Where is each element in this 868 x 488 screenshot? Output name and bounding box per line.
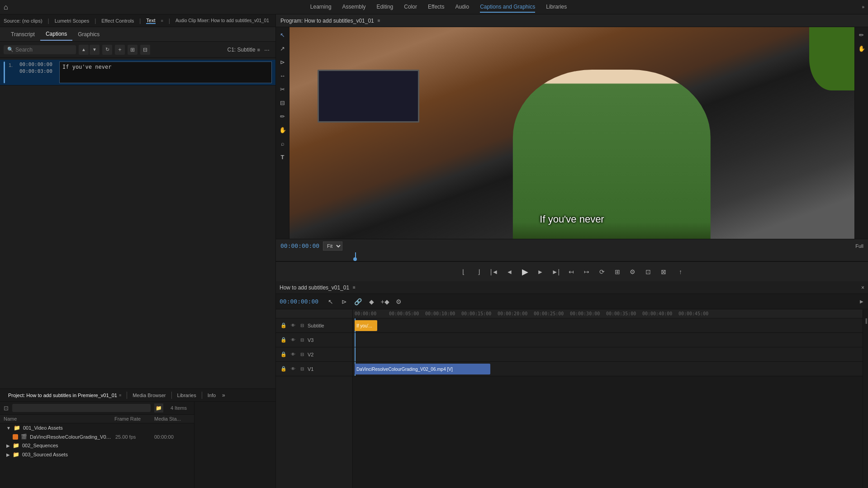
search-prev-button[interactable]: ▲	[79, 45, 89, 55]
folder-002-sequences[interactable]: ▶ 📁 002_Sequences	[0, 441, 194, 450]
track-sync-v2[interactable]: ⊟	[299, 351, 306, 358]
project-tab-libraries[interactable]: Libraries	[173, 391, 201, 400]
project-tabs-expand-icon[interactable]: »	[220, 390, 227, 400]
video-subtitle-overlay: If you've never	[540, 213, 604, 225]
fit-select[interactable]: Fit	[323, 242, 342, 251]
tl-btn-linked[interactable]: 🔗	[352, 296, 364, 308]
transport-multi[interactable]: ⊠	[657, 265, 670, 278]
expand-workspaces-icon[interactable]: »	[862, 5, 864, 9]
tool-track-select[interactable]: ↗	[277, 43, 289, 54]
timeline-right-panel-toggle[interactable]: ▶	[859, 299, 864, 304]
project-tab-info[interactable]: Info	[203, 391, 220, 400]
tool-slip[interactable]: ⊟	[277, 97, 289, 109]
track-vis-v1[interactable]: 👁	[289, 365, 297, 373]
tool-razor[interactable]: ✂	[277, 83, 289, 95]
transport-goto-in[interactable]: ↤	[565, 265, 578, 278]
track-lock-v3[interactable]: 🔒	[280, 336, 288, 344]
tl-btn-marker[interactable]: ◆	[365, 296, 377, 308]
source-tab-divider-1: |	[48, 18, 49, 24]
nav-audio[interactable]: Audio	[455, 2, 469, 13]
transport-export[interactable]: ↑	[674, 265, 687, 278]
transport-step-back[interactable]: |◄	[488, 265, 501, 278]
nav-learning[interactable]: Learning	[310, 2, 332, 13]
track-lock-subtitle[interactable]: 🔒	[280, 322, 288, 330]
transport-play-stop[interactable]: ▶	[519, 265, 531, 278]
project-tab-project[interactable]: Project: How to add subtitles in Premier…	[4, 391, 126, 400]
transport-step-forward[interactable]: ►|	[550, 265, 562, 278]
transport-camera[interactable]: ⊡	[642, 265, 655, 278]
transport-mark-in[interactable]: ⌊	[457, 265, 470, 278]
transport-safe-margins[interactable]: ⊞	[611, 265, 624, 278]
home-icon[interactable]: ⌂	[4, 3, 8, 11]
transport-play-reverse[interactable]: ◄	[503, 265, 516, 278]
track-sync-subtitle[interactable]: ⊟	[299, 322, 306, 329]
caption-merge-button[interactable]: ⊟	[140, 45, 150, 55]
tool-ripple-edit[interactable]: ⊳	[277, 56, 289, 68]
folder-name-2: 002_Sequences	[22, 443, 190, 448]
tool-rate-stretch[interactable]: ↔	[277, 70, 289, 81]
tl-btn-selection[interactable]: ↖	[325, 296, 337, 308]
tool-type[interactable]: T	[277, 151, 289, 163]
more-options-button[interactable]: ···	[262, 45, 272, 55]
nav-captions-and-graphics[interactable]: Captions and Graphics	[480, 2, 535, 13]
tool-zoom[interactable]: ⌕	[277, 137, 289, 149]
track-vis-v3[interactable]: 👁	[289, 336, 297, 344]
project-tab-media-browser[interactable]: Media Browser	[128, 391, 170, 400]
source-tab-source[interactable]: Source: (no clips)	[4, 18, 43, 24]
project-new-folder-button[interactable]: 📁	[154, 403, 163, 412]
transport-play-forward[interactable]: ►	[534, 265, 547, 278]
track-sync-v3[interactable]: ⊟	[299, 336, 306, 344]
tab-graphics[interactable]: Graphics	[72, 28, 105, 40]
transport-mark-out[interactable]: ⌋	[473, 265, 485, 278]
nav-effects[interactable]: Effects	[428, 2, 444, 13]
text-tab-menu-icon[interactable]: ≡	[161, 19, 163, 23]
folder-001-video-assets[interactable]: ▼ 📁 001_Video Assets	[0, 423, 194, 432]
timeline-menu-icon[interactable]: ≡	[353, 285, 356, 290]
search-next-button[interactable]: ▼	[90, 45, 100, 55]
tool-right-2[interactable]: ✋	[856, 43, 868, 54]
source-tab-audio-mixer[interactable]: Audio Clip Mixer: How to add subtitles_v…	[175, 18, 269, 23]
nav-libraries[interactable]: Libraries	[546, 2, 567, 13]
file-davinci-mp4[interactable]: 🎬 DaVinciResolveColourGrading_V02_06.mp4…	[0, 432, 194, 441]
caption-settings-button[interactable]: ⊞	[128, 45, 138, 55]
timeline-track-labels: 🔒 👁 ⊟ Subtitle 🔒 👁 ⊟ V3 🔒	[276, 309, 353, 488]
transport-goto-out[interactable]: ↦	[580, 265, 593, 278]
tool-right-1[interactable]: ✏	[856, 29, 868, 41]
tool-pen[interactable]: ✏	[277, 110, 289, 122]
clip-v1-davinci[interactable]: DaVinciResolveColourGrading_V02_06.mp4 […	[355, 364, 490, 374]
timeline-close-button[interactable]: ×	[861, 284, 864, 291]
panel-tabs: Transcript Captions Graphics	[0, 27, 275, 42]
nav-editing[interactable]: Editing	[377, 2, 394, 13]
timeline-right-scrollbar[interactable]: ▐	[863, 309, 868, 488]
tl-btn-settings[interactable]: ⚙	[393, 296, 404, 308]
program-monitor-menu-icon[interactable]: ≡	[378, 18, 380, 23]
project-tab-menu-icon[interactable]: ≡	[119, 393, 121, 398]
project-search-input[interactable]	[12, 404, 151, 412]
tl-btn-add-marker[interactable]: +◆	[379, 296, 391, 308]
track-vis-subtitle[interactable]: 👁	[289, 322, 297, 329]
transport-settings[interactable]: ⚙	[626, 265, 639, 278]
caption-row-1[interactable]: 1. 00:00:00:00 00:00:03:00 If you've nev…	[0, 60, 275, 85]
track-lock-v2[interactable]: 🔒	[280, 351, 288, 359]
add-caption-button[interactable]: +	[115, 45, 125, 55]
track-lock-v1[interactable]: 🔒	[280, 365, 288, 373]
tl-btn-snap[interactable]: ⊳	[338, 296, 350, 308]
caption-text-input[interactable]: If you've never	[59, 62, 272, 83]
source-tab-text[interactable]: Text	[146, 18, 155, 24]
nav-assembly[interactable]: Assembly	[342, 2, 366, 13]
transport-loop[interactable]: ⟳	[596, 265, 608, 278]
folder-003-sourced-assets[interactable]: ▶ 📁 003_Sourced Assets	[0, 450, 194, 459]
search-refresh-button[interactable]: ↻	[102, 45, 112, 55]
track-sync-v1[interactable]: ⊟	[299, 365, 306, 373]
track-vis-v2[interactable]: 👁	[289, 351, 297, 358]
tab-captions[interactable]: Captions	[40, 28, 72, 41]
program-scrubber[interactable]	[276, 252, 868, 261]
tab-transcript[interactable]: Transcript	[5, 28, 40, 40]
source-tab-lumetri[interactable]: Lumetri Scopes	[55, 18, 89, 24]
nav-color[interactable]: Color	[404, 2, 417, 13]
source-tab-effect-controls[interactable]: Effect Controls	[101, 18, 134, 24]
search-input[interactable]	[15, 47, 70, 53]
tool-selection[interactable]: ↖	[277, 29, 289, 41]
tool-hand[interactable]: ✋	[277, 124, 289, 136]
clip-subtitle-1[interactable]: If you'...	[355, 320, 377, 331]
